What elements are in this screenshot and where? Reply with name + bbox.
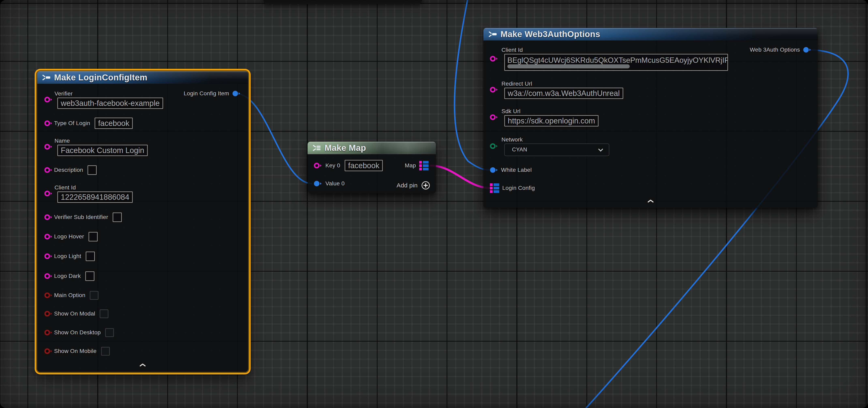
make-struct-icon bbox=[41, 74, 51, 81]
value-box-name[interactable]: Facebook Custom Login bbox=[57, 145, 148, 156]
collapse-button[interactable] bbox=[139, 363, 147, 368]
input-pin-white-label[interactable] bbox=[490, 167, 498, 173]
make-struct-icon bbox=[488, 30, 497, 38]
output-pin-web-3auth-options[interactable] bbox=[803, 47, 811, 53]
input-pin-logo-hover[interactable] bbox=[44, 234, 53, 240]
value-box-type-of-login[interactable]: facebook bbox=[95, 117, 133, 129]
value-box-redirect-url[interactable]: w3a://com.w3a.Web3AuthUnreal bbox=[504, 88, 623, 99]
collapse-chevron-icon[interactable] bbox=[139, 363, 147, 367]
value-box-key-0[interactable]: facebook bbox=[345, 160, 383, 171]
collapse-chevron-icon[interactable] bbox=[647, 199, 654, 203]
dropdown-value: CYAN bbox=[505, 146, 527, 153]
input-pin-sdk-url[interactable] bbox=[490, 114, 498, 120]
pin-label: Client Id bbox=[501, 47, 523, 53]
input-pin-client-id[interactable] bbox=[44, 191, 53, 197]
make-struct-icon bbox=[41, 74, 51, 81]
output-pin-row-login-config-item: Login Config Item bbox=[151, 89, 241, 98]
input-pin-main-option[interactable] bbox=[44, 292, 53, 298]
node-header-web3auth-options[interactable]: Make Web3AuthOptions bbox=[484, 28, 818, 40]
node-web3auth-options[interactable]: Make Web3AuthOptions Web 3Auth Options C… bbox=[484, 28, 818, 208]
pin-label: Main Option bbox=[54, 292, 85, 299]
input-pin-description[interactable] bbox=[44, 167, 53, 173]
pin-row-main-option: Main Option bbox=[44, 290, 98, 301]
input-pin-network[interactable] bbox=[490, 143, 498, 149]
make-struct-icon bbox=[488, 30, 497, 38]
add-pin-icon[interactable] bbox=[421, 181, 430, 190]
pin-row-sdk-url: Sdk Url https://sdk.openlogin.com bbox=[490, 105, 598, 130]
make-map-icon bbox=[312, 144, 321, 152]
pin-row-show-on-modal: Show On Modal bbox=[44, 308, 108, 319]
pin-row-logo-light: Logo Light bbox=[44, 250, 95, 262]
node-header-login-config-item[interactable]: Make LoginConfigItem bbox=[37, 71, 248, 84]
input-pin-show-on-mobile[interactable] bbox=[44, 348, 53, 354]
output-pin-map[interactable] bbox=[419, 161, 429, 170]
input-pin-show-on-desktop[interactable] bbox=[44, 330, 53, 336]
value-box-sdk-url[interactable]: https://sdk.openlogin.com bbox=[504, 115, 598, 127]
value-box-logo-hover[interactable] bbox=[89, 232, 98, 241]
value-box-client-id[interactable]: BEglQSgt4cUWcj6SKRdu5QkOXTsePmMcusG5EAoy… bbox=[504, 54, 728, 71]
input-pin-verifier[interactable] bbox=[44, 97, 53, 103]
chevron-down-icon bbox=[598, 146, 603, 151]
checkbox-main-option[interactable] bbox=[90, 291, 98, 300]
output-pin-label: Login Config Item bbox=[184, 90, 229, 97]
value-box-logo-light[interactable] bbox=[86, 251, 95, 261]
value-text: BEglQSgt4cUWcj6SKRdu5QkOXTsePmMcusG5EAoy… bbox=[505, 55, 727, 65]
pin-row-login-config: Login Config bbox=[490, 182, 535, 194]
pin-row-verifier: Verifier web3auth-facebook-example bbox=[44, 87, 163, 112]
value-box-logo-dark[interactable] bbox=[85, 271, 94, 281]
node-offscreen-top[interactable] bbox=[264, 0, 422, 4]
add-pin-button[interactable]: Add pin bbox=[397, 180, 430, 190]
value-box-client-id[interactable]: 1222658941886084 bbox=[57, 192, 133, 203]
add-pin-label: Add pin bbox=[397, 182, 417, 189]
pin-row-client-id: Client Id 1222658941886084 bbox=[44, 181, 133, 206]
input-pin-client-id[interactable] bbox=[490, 56, 498, 62]
pin-row-type-of-login: Type Of Loginfacebook bbox=[44, 117, 133, 129]
input-pin-key-0[interactable] bbox=[314, 163, 322, 169]
node-header-make-map[interactable]: Make Map bbox=[308, 142, 436, 154]
pin-row-logo-dark: Logo Dark bbox=[44, 270, 94, 282]
checkbox-show-on-modal[interactable] bbox=[100, 309, 108, 318]
pin-label: Logo Light bbox=[54, 253, 81, 260]
checkbox-show-on-desktop[interactable] bbox=[105, 328, 114, 337]
node-login-config-item[interactable]: Make LoginConfigItem Login Config Item V… bbox=[37, 71, 248, 372]
output-pin-login-config-item[interactable] bbox=[232, 91, 241, 97]
pin-label: Key 0 bbox=[326, 162, 340, 169]
input-pin-verifier-sub-identifier[interactable] bbox=[44, 214, 53, 220]
dropdown-network[interactable]: CYAN bbox=[504, 143, 609, 156]
pin-label: Show On Modal bbox=[54, 310, 95, 317]
pin-row-name: Name Facebook Custom Login bbox=[44, 134, 148, 159]
pin-content: Sdk Url https://sdk.openlogin.com bbox=[501, 108, 598, 127]
pin-content: Name Facebook Custom Login bbox=[54, 138, 148, 156]
pin-content: Client Id BEglQSgt4cUWcj6SKRdu5QkOXTsePm… bbox=[501, 47, 728, 71]
pin-row-logo-hover: Logo Hover bbox=[44, 231, 98, 243]
pin-row-value-0: Value 0 bbox=[314, 177, 345, 190]
collapse-button[interactable] bbox=[647, 199, 654, 204]
input-pin-show-on-modal[interactable] bbox=[44, 311, 53, 317]
pin-label: Description bbox=[54, 167, 83, 173]
input-pin-value-0[interactable] bbox=[314, 180, 322, 186]
pin-content: Network CYAN bbox=[501, 136, 609, 156]
pin-row-network: Network CYAN bbox=[490, 133, 609, 159]
horizontal-scrollbar[interactable] bbox=[507, 64, 630, 68]
input-pin-login-config[interactable] bbox=[490, 183, 499, 193]
pin-row-white-label: White Label bbox=[490, 164, 532, 176]
input-pin-logo-light[interactable] bbox=[44, 253, 53, 259]
value-box-verifier[interactable]: web3auth-facebook-example bbox=[57, 98, 163, 109]
blueprint-canvas[interactable]: Make LoginConfigItem Login Config Item V… bbox=[0, 0, 868, 408]
pin-label: Show On Mobile bbox=[54, 348, 97, 354]
checkbox-show-on-mobile[interactable] bbox=[101, 347, 110, 355]
value-box-verifier-sub-identifier[interactable] bbox=[113, 212, 122, 222]
input-pin-redirect-url[interactable] bbox=[490, 87, 498, 93]
pin-label: Verifier Sub Identifier bbox=[54, 214, 108, 220]
node-make-map[interactable]: Make Map Map Key 0facebook Value 0 Add p… bbox=[308, 142, 436, 194]
output-pin-label: Web 3Auth Options bbox=[750, 46, 800, 53]
value-box-description[interactable] bbox=[88, 165, 97, 175]
pin-label: Name bbox=[55, 138, 70, 144]
pin-row-client-id: Client Id BEglQSgt4cUWcj6SKRdu5QkOXTsePm… bbox=[490, 43, 728, 74]
pin-label: Sdk Url bbox=[501, 108, 521, 114]
pin-label: Value 0 bbox=[326, 180, 345, 187]
input-pin-logo-dark[interactable] bbox=[44, 273, 53, 279]
input-pin-type-of-login[interactable] bbox=[44, 120, 53, 126]
input-pin-name[interactable] bbox=[44, 144, 53, 150]
pin-label: White Label bbox=[501, 167, 532, 173]
